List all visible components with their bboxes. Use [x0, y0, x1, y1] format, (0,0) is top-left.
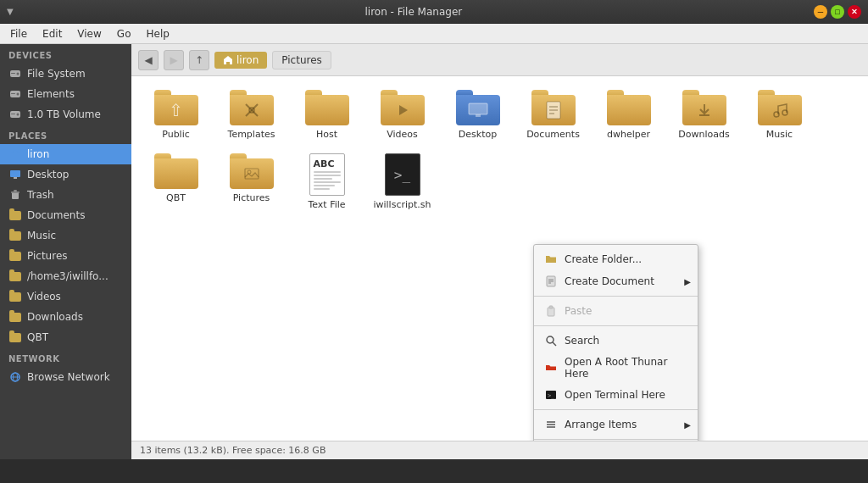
paste-icon — [544, 304, 558, 318]
ctx-sep-4 — [534, 439, 698, 440]
folder-icon-downloads — [8, 310, 22, 324]
sidebar-label-home3: /home3/iwillfo... — [27, 270, 108, 282]
sidebar-item-filesystem[interactable]: File System — [0, 64, 131, 84]
breadcrumb-liron[interactable]: liron — [214, 52, 267, 69]
sidebar-item-qbt[interactable]: QBT — [0, 327, 131, 347]
back-button[interactable]: ◀ — [138, 50, 159, 70]
ctx-create-folder[interactable]: Create Folder... — [534, 248, 698, 270]
window-controls: ─ □ ✕ — [814, 5, 861, 19]
svg-point-31 — [248, 170, 251, 174]
close-button[interactable]: ✕ — [848, 5, 861, 19]
arrange-icon — [544, 418, 558, 431]
up-button[interactable]: ↑ — [189, 50, 209, 70]
menu-file[interactable]: File — [3, 26, 34, 42]
home-icon — [8, 147, 22, 161]
ctx-search[interactable]: Search — [534, 330, 698, 352]
minimize-button[interactable]: ─ — [814, 5, 827, 19]
file-item-dwhelper[interactable]: dwhelper — [593, 85, 665, 145]
file-label-music: Music — [766, 129, 793, 140]
svg-point-4 — [17, 93, 19, 96]
folder-icon-videos — [8, 290, 22, 303]
content-area: ◀ ▶ ↑ liron Pictures ⇧ — [131, 44, 868, 459]
menu-edit[interactable]: Edit — [36, 26, 69, 42]
file-item-desktop[interactable]: Desktop — [442, 85, 514, 145]
menu-help[interactable]: Help — [139, 26, 175, 42]
svg-point-38 — [547, 336, 554, 343]
ctx-create-document[interactable]: Create Document ▶ — [534, 270, 698, 292]
sidebar-label-documents: Documents — [27, 209, 85, 221]
menu-go[interactable]: Go — [110, 26, 138, 42]
folder-icon-desktop — [456, 90, 500, 125]
menu-view[interactable]: View — [70, 26, 108, 42]
desktop-icon — [8, 168, 22, 181]
file-item-textfile[interactable]: ABC Text File — [291, 148, 363, 215]
sidebar-label-pictures: Pictures — [27, 250, 68, 262]
devices-header: DEVICES — [0, 44, 131, 64]
svg-rect-12 — [11, 192, 19, 193]
sidebar-item-downloads[interactable]: Downloads — [0, 307, 131, 327]
sidebar-item-liron[interactable]: liron — [0, 144, 131, 164]
file-label-dwhelper: dwhelper — [607, 129, 650, 140]
folder-icon-documents-main — [531, 90, 576, 125]
sidebar-item-trash[interactable]: Trash — [0, 185, 131, 205]
sidebar-label-qbt: QBT — [27, 331, 48, 343]
breadcrumb-pictures[interactable]: Pictures — [272, 51, 331, 69]
sidebar-label-liron: liron — [27, 148, 49, 160]
network-icon — [8, 370, 22, 384]
file-item-script[interactable]: >_ iwillscript.sh — [366, 148, 438, 215]
arrange-arrow: ▶ — [684, 420, 691, 430]
file-item-documents[interactable]: Documents — [517, 85, 589, 145]
sidebar-label-trash: Trash — [27, 189, 54, 201]
file-area[interactable]: ⇧ Public Templates — [131, 76, 868, 441]
svg-rect-5 — [11, 93, 15, 94]
sidebar-item-documents[interactable]: Documents — [0, 205, 131, 225]
folder-icon-downloads-main — [682, 90, 726, 125]
ctx-paste[interactable]: Paste — [534, 300, 698, 322]
sidebar-item-browse-network[interactable]: Browse Network — [0, 367, 131, 387]
file-item-templates[interactable]: Templates — [215, 85, 287, 145]
folder-icon-public: ⇧ — [154, 90, 198, 125]
ctx-label-terminal: Open Terminal Here — [565, 389, 665, 401]
svg-rect-10 — [14, 177, 17, 179]
hdd-icon-2 — [8, 87, 22, 101]
script-file-icon: >_ — [385, 153, 420, 196]
sidebar-item-home3[interactable]: /home3/iwillfo... — [0, 266, 131, 286]
svg-text:>_: >_ — [548, 392, 555, 399]
folder-icon-qbt-main — [154, 153, 198, 189]
sidebar-item-elements[interactable]: Elements — [0, 84, 131, 104]
sidebar-item-pictures[interactable]: Pictures — [0, 246, 131, 266]
search-icon — [544, 334, 558, 347]
ctx-terminal[interactable]: >_ Open Terminal Here — [534, 384, 698, 406]
titlebar-title: liron - File Manager — [14, 6, 814, 18]
file-label-public: Public — [162, 129, 190, 140]
folder-icon-qbt — [8, 330, 22, 344]
ctx-label-arrange: Arrange Items — [565, 419, 637, 430]
svg-rect-8 — [11, 114, 15, 114]
file-item-host[interactable]: Host — [291, 85, 363, 145]
network-header: NETWORK — [0, 347, 131, 367]
ctx-label-root-thunar: Open A Root Thunar Here — [565, 356, 687, 380]
forward-button[interactable]: ▶ — [164, 50, 184, 70]
ctx-root-thunar[interactable]: Open A Root Thunar Here — [534, 352, 698, 384]
statusbar: 13 items (13.2 kB). Free space: 16.8 GB — [131, 441, 868, 459]
sidebar-item-videos[interactable]: Videos — [0, 286, 131, 307]
create-doc-arrow: ▶ — [684, 277, 691, 286]
ctx-arrange[interactable]: Arrange Items ▶ — [534, 414, 698, 436]
file-item-downloads[interactable]: Downloads — [668, 85, 740, 145]
file-item-pictures[interactable]: Pictures — [215, 148, 287, 215]
file-item-qbt[interactable]: QBT — [140, 148, 212, 215]
root-thunar-icon — [544, 361, 558, 375]
file-item-music[interactable]: Music — [743, 85, 815, 145]
file-label-downloads: Downloads — [678, 129, 729, 140]
file-item-videos[interactable]: Videos — [366, 85, 438, 145]
sidebar-item-desktop[interactable]: Desktop — [0, 164, 131, 185]
svg-line-39 — [553, 342, 556, 346]
file-item-public[interactable]: ⇧ Public — [140, 85, 212, 145]
maximize-button[interactable]: □ — [831, 5, 844, 19]
file-label-desktop: Desktop — [459, 129, 497, 140]
file-label-templates: Templates — [228, 129, 275, 140]
folder-icon-templates — [230, 90, 274, 125]
sidebar-item-music[interactable]: Music — [0, 225, 131, 246]
file-label-host: Host — [316, 129, 337, 140]
sidebar-item-volume[interactable]: 1.0 TB Volume — [0, 104, 131, 125]
